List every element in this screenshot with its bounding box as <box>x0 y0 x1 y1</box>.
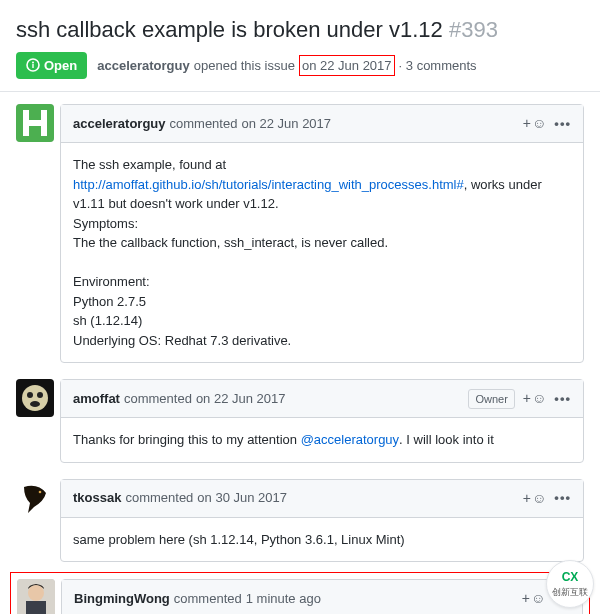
comment-time[interactable]: 1 minute ago <box>246 589 321 609</box>
issue-header: ssh callback example is broken under v1.… <box>0 0 600 92</box>
comment-box: amoffat commented on 22 Jun 2017 Owner +… <box>60 379 584 463</box>
body-link[interactable]: http://amoffat.github.io/sh/tutorials/in… <box>73 177 464 192</box>
issue-meta-row: Open acceleratorguy opened this issue on… <box>16 52 584 80</box>
body-text: The ssh example, found at <box>73 157 226 172</box>
avatar-col <box>17 579 61 614</box>
svg-point-13 <box>39 490 42 493</box>
comment-commented-text: commented <box>125 488 193 508</box>
timeline: acceleratorguy commented on 22 Jun 2017 … <box>0 92 600 614</box>
svg-point-8 <box>22 385 48 411</box>
issue-comments-count: · 3 comments <box>399 56 477 76</box>
comment-box: tkossak commented on 30 Jun 2017 +☺ ••• … <box>60 479 584 563</box>
comment-commented-text: commented <box>170 114 238 134</box>
comment-time[interactable]: on 22 Jun 2017 <box>196 389 286 409</box>
avatar[interactable] <box>16 379 54 417</box>
comment-box: BingmingWong commented 1 minute ago +☺ •… <box>61 579 583 614</box>
highlighted-comment-wrapper: BingmingWong commented 1 minute ago +☺ •… <box>10 572 590 614</box>
comment-body: The ssh example, found at http://amoffat… <box>61 143 583 362</box>
comment-commented-text: commented <box>174 589 242 609</box>
timeline-item: BingmingWong commented 1 minute ago +☺ •… <box>17 579 583 614</box>
body-line: Symptoms: <box>73 216 138 231</box>
smiley-icon: ☺ <box>531 588 545 609</box>
body-line: sh (1.12.14) <box>73 313 142 328</box>
comment-actions-menu[interactable]: ••• <box>554 488 571 508</box>
issue-number: #393 <box>449 17 498 42</box>
add-reaction-button[interactable]: +☺ <box>523 113 546 134</box>
state-label: Open <box>44 56 77 76</box>
comment-time[interactable]: on 22 Jun 2017 <box>241 114 331 134</box>
watermark-badge: CX 创新互联 <box>546 560 594 608</box>
body-text: Thanks for bringing this to my attention <box>73 432 301 447</box>
body-text: . I will look into it <box>399 432 494 447</box>
user-mention[interactable]: @acceleratorguy <box>301 432 399 447</box>
watermark-bottom: 创新互联 <box>552 586 588 600</box>
issue-open-icon <box>26 58 40 72</box>
comment-author-link[interactable]: amoffat <box>73 389 120 409</box>
issue-title: ssh callback example is broken under v1.… <box>16 17 443 42</box>
add-reaction-button[interactable]: +☺ <box>523 388 546 409</box>
comment-header: acceleratorguy commented on 22 Jun 2017 … <box>61 105 583 143</box>
comment-header: BingmingWong commented 1 minute ago +☺ •… <box>62 580 582 614</box>
comment-author-link[interactable]: BingmingWong <box>74 589 170 609</box>
comment-header: amoffat commented on 22 Jun 2017 Owner +… <box>61 380 583 418</box>
body-line: Underlying OS: Redhat 7.3 derivative. <box>73 333 291 348</box>
comment-body: same problem here (sh 1.12.14, Python 3.… <box>61 518 583 562</box>
issue-opened-text: opened this issue <box>194 56 295 76</box>
svg-point-1 <box>32 62 34 64</box>
issue-date-highlight: on 22 Jun 2017 <box>299 55 395 77</box>
svg-rect-16 <box>26 601 46 614</box>
body-text: same problem here (sh 1.12.14, Python 3.… <box>73 532 405 547</box>
comment-commented-text: commented <box>124 389 192 409</box>
comment-box: acceleratorguy commented on 22 Jun 2017 … <box>60 104 584 363</box>
comment-actions-menu[interactable]: ••• <box>554 114 571 134</box>
timeline-item: amoffat commented on 22 Jun 2017 Owner +… <box>16 379 584 463</box>
smiley-icon: ☺ <box>532 488 546 509</box>
issue-author-link[interactable]: acceleratorguy <box>97 56 190 76</box>
svg-point-10 <box>37 392 43 398</box>
comment-actions-menu[interactable]: ••• <box>554 389 571 409</box>
comment-author-link[interactable]: acceleratorguy <box>73 114 166 134</box>
svg-rect-6 <box>23 120 47 126</box>
svg-rect-2 <box>32 64 33 68</box>
body-line: The the callback function, ssh_interact,… <box>73 235 388 250</box>
smiley-icon: ☺ <box>532 113 546 134</box>
issue-title-row: ssh callback example is broken under v1.… <box>16 16 584 44</box>
owner-badge: Owner <box>468 389 514 409</box>
avatar-col <box>16 479 60 563</box>
comment-time[interactable]: on 30 Jun 2017 <box>197 488 287 508</box>
svg-point-9 <box>27 392 33 398</box>
avatar[interactable] <box>16 479 54 517</box>
smiley-icon: ☺ <box>532 388 546 409</box>
comment-body: Thanks for bringing this to my attention… <box>61 418 583 462</box>
issue-date: on 22 Jun 2017 <box>302 58 392 73</box>
comment-header: tkossak commented on 30 Jun 2017 +☺ ••• <box>61 480 583 518</box>
body-line: Python 2.7.5 <box>73 294 146 309</box>
timeline-item: acceleratorguy commented on 22 Jun 2017 … <box>16 104 584 363</box>
avatar[interactable] <box>17 579 55 614</box>
avatar-col <box>16 379 60 463</box>
body-line: Environment: <box>73 274 150 289</box>
add-reaction-button[interactable]: +☺ <box>523 488 546 509</box>
avatar-col <box>16 104 60 363</box>
watermark-top: CX <box>562 568 579 586</box>
comment-author-link[interactable]: tkossak <box>73 488 121 508</box>
avatar[interactable] <box>16 104 54 142</box>
state-badge-open: Open <box>16 52 87 80</box>
add-reaction-button[interactable]: +☺ <box>522 588 545 609</box>
timeline-item: tkossak commented on 30 Jun 2017 +☺ ••• … <box>16 479 584 563</box>
svg-point-15 <box>28 585 44 601</box>
svg-point-11 <box>30 401 40 407</box>
